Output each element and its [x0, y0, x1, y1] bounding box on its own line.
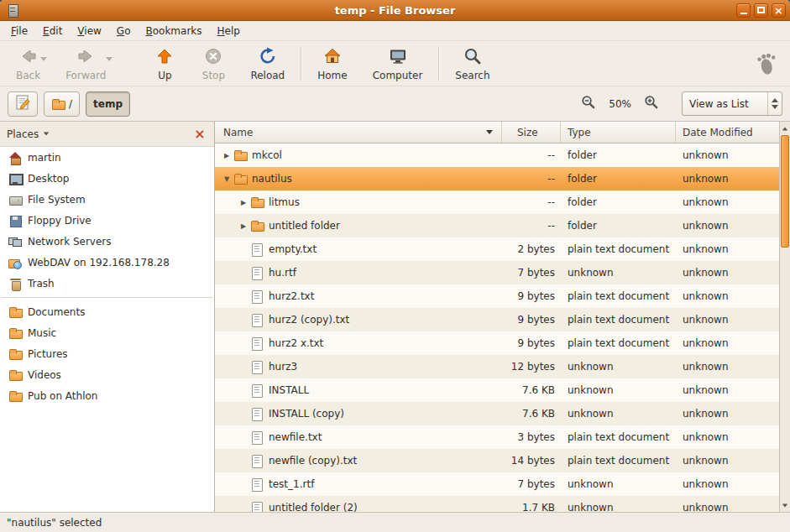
floppy-icon [8, 214, 22, 227]
file-icon [250, 430, 264, 444]
close-button[interactable]: × [772, 3, 786, 18]
menu-file[interactable]: File [3, 23, 35, 39]
back-history-dropdown-icon[interactable] [40, 57, 47, 61]
file-type: folder [561, 143, 676, 167]
sort-descending-icon [486, 130, 493, 134]
file-date-modified: unknown [676, 167, 779, 190]
view-mode-select[interactable]: View as List [682, 91, 782, 116]
sidebar-item-desktop[interactable]: Desktop [0, 168, 214, 189]
up-button[interactable]: Up [145, 44, 184, 83]
file-type: folder [561, 190, 676, 214]
collapse-expander-icon[interactable]: ▼ [220, 175, 233, 183]
close-sidebar-button[interactable]: × [192, 128, 207, 141]
menu-go[interactable]: Go [109, 23, 139, 39]
file-row-newfile-copy-txt[interactable]: newfile (copy).txt14 bytesplain text doc… [215, 449, 779, 472]
file-row-hurz2-copy-txt[interactable]: hurz2 (copy).txt9 bytesplain text docume… [215, 308, 779, 331]
file-row-install-copy[interactable]: INSTALL (copy)7.6 KBunknownunknown [215, 402, 779, 425]
menu-view[interactable]: View [70, 23, 108, 39]
edit-location-button[interactable] [8, 91, 38, 117]
sidebar-item-label: Network Servers [28, 236, 112, 248]
file-row-untitled-folder-2[interactable]: untitled folder (2)1.7 KBunknownunknown [215, 496, 779, 512]
column-header-name[interactable]: Name [215, 122, 502, 143]
file-name: untitled folder [269, 220, 340, 232]
menu-bookmarks[interactable]: Bookmarks [138, 23, 209, 39]
menubar: FileEditViewGoBookmarksHelp [0, 21, 790, 41]
file-name: litmus [269, 196, 300, 208]
folder-icon [8, 347, 22, 361]
computer-button[interactable]: Computer [365, 44, 431, 83]
status-bar: "nautilus" selected [0, 512, 790, 532]
search-button[interactable]: Search [447, 44, 497, 83]
file-name: mkcol [252, 149, 282, 161]
desktop-icon [8, 172, 22, 185]
sidebar-item-pictures[interactable]: Pictures [0, 343, 214, 364]
home-button[interactable]: Home [310, 44, 354, 83]
sidebar-item-webdav-on-192-168-178-28[interactable]: WebDAV on 192.168.178.28 [0, 252, 214, 273]
stop-button[interactable]: Stop [194, 44, 233, 83]
file-size: 9 bytes [502, 331, 561, 355]
file-row-empty-txt[interactable]: empty.txt2 bytesplain text documentunkno… [215, 237, 779, 261]
reload-button[interactable]: Reload [243, 44, 292, 83]
scroll-down-button[interactable] [780, 499, 790, 511]
vertical-scrollbar[interactable] [779, 122, 790, 512]
scroll-up-button[interactable] [780, 123, 790, 134]
expand-expander-icon[interactable]: ▶ [237, 222, 250, 230]
minimize-button[interactable] [736, 3, 751, 18]
file-row-nautilus[interactable]: ▼nautilus--folderunknown [215, 167, 779, 190]
path-button-current[interactable]: temp [86, 91, 130, 117]
places-title: Places [7, 128, 39, 140]
sidebar-item-network-servers[interactable]: Network Servers [0, 231, 214, 252]
column-header-size[interactable]: Size [502, 122, 561, 143]
sidebar-item-trash[interactable]: Trash [0, 273, 214, 294]
column-header-date-modified[interactable]: Date Modified [676, 122, 779, 143]
scrollbar-thumb[interactable] [781, 135, 789, 248]
places-header[interactable]: Places × [0, 122, 214, 147]
file-date-modified: unknown [676, 378, 779, 402]
titlebar[interactable]: temp - File Browser × [0, 0, 790, 21]
file-type: plain text document [561, 308, 676, 331]
path-button-root[interactable]: / [44, 91, 80, 117]
file-row-hu-rtf[interactable]: hu.rtf7 bytesunknownunknown [215, 261, 779, 284]
combo-arrows-icon[interactable] [767, 92, 782, 115]
file-name: hurz2 x.txt [269, 337, 323, 349]
menu-edit[interactable]: Edit [35, 23, 70, 39]
sidebar-item-file-system[interactable]: File System [0, 189, 214, 210]
file-type: unknown [561, 472, 676, 496]
zoom-out-button[interactable] [579, 95, 598, 113]
file-date-modified: unknown [676, 284, 779, 308]
file-row-litmus[interactable]: ▶litmus--folderunknown [215, 190, 779, 214]
file-row-install[interactable]: INSTALL7.6 KBunknownunknown [215, 378, 779, 402]
file-row-hurz2-txt[interactable]: hurz2.txt9 bytesplain text documentunkno… [215, 284, 779, 308]
file-name: test_1.rtf [269, 478, 314, 490]
maximize-button[interactable] [754, 3, 768, 18]
file-row-hurz3[interactable]: hurz312 bytesunknownunknown [215, 355, 779, 378]
expand-expander-icon[interactable]: ▶ [237, 199, 250, 206]
places-list: martinDesktopFile SystemFloppy DriveNetw… [0, 147, 214, 406]
sidebar-item-martin[interactable]: martin [0, 147, 214, 168]
sidebar-item-documents[interactable]: Documents [0, 301, 214, 322]
menu-help[interactable]: Help [210, 23, 248, 39]
list-header: Name Size Type Date Modified [215, 122, 779, 143]
file-row-test-1-rtf[interactable]: test_1.rtf7 bytesunknownunknown [215, 472, 779, 496]
file-row-newfile-txt[interactable]: newfile.txt3 bytesplain text documentunk… [215, 425, 779, 449]
file-row-hurz2-x-txt[interactable]: hurz2 x.txt9 bytesplain text documentunk… [215, 331, 779, 355]
back-button[interactable]: Back [8, 44, 48, 83]
folder-icon [8, 368, 22, 382]
forward-history-dropdown-icon[interactable] [106, 57, 112, 61]
file-row-untitled-folder[interactable]: ▶untitled folder--folderunknown [215, 214, 779, 237]
file-size: 9 bytes [502, 284, 561, 308]
column-header-type[interactable]: Type [561, 122, 676, 143]
expand-expander-icon[interactable]: ▶ [220, 152, 233, 159]
sidebar-item-label: Desktop [28, 173, 70, 185]
sidebar-item-videos[interactable]: Videos [0, 364, 214, 385]
file-name: hurz2 (copy).txt [269, 314, 349, 326]
zoom-in-button[interactable] [642, 95, 661, 113]
forward-button[interactable]: Forward [58, 44, 113, 83]
sidebar-item-floppy-drive[interactable]: Floppy Drive [0, 210, 214, 231]
file-row-mkcol[interactable]: ▶mkcol--folderunknown [215, 143, 779, 167]
file-date-modified: unknown [676, 425, 779, 449]
folder-icon [8, 326, 22, 340]
sidebar-item-pub-on-athlon[interactable]: Pub on Athlon [0, 385, 214, 406]
sidebar-item-music[interactable]: Music [0, 322, 214, 343]
file-size: -- [502, 214, 561, 237]
